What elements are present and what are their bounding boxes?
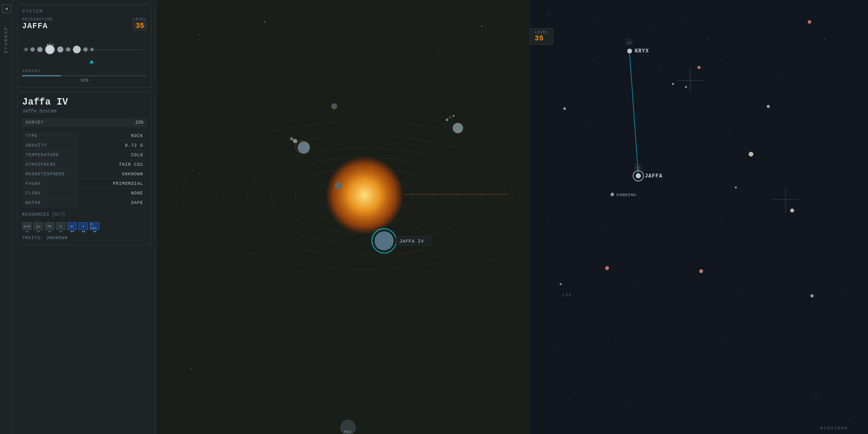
svg-rect-123	[638, 165, 638, 169]
prop-value: PRIMORDIAL	[78, 179, 147, 189]
svg-point-110	[811, 294, 814, 297]
starmap-label: STARMAP	[4, 26, 9, 53]
resource-chip: U	[56, 222, 66, 232]
resource-icon: Cu	[33, 222, 43, 230]
svg-text:JAFFA: JAFFA	[645, 173, 663, 179]
svg-point-61	[660, 69, 661, 70]
svg-point-5	[395, 34, 395, 35]
svg-point-74	[573, 204, 573, 204]
svg-rect-42	[530, 0, 868, 434]
svg-point-65	[859, 78, 860, 79]
planet-survey-row: SURVEY 22%	[22, 118, 147, 127]
svg-point-82	[586, 269, 586, 269]
survey-percent: 31%	[22, 78, 147, 83]
sidebar-toggle: ◀ STARMAP	[0, 0, 13, 434]
svg-point-103	[605, 266, 609, 270]
svg-point-106	[749, 152, 753, 157]
starmap-view: LEVEL 35	[529, 0, 868, 434]
svg-point-47	[549, 15, 550, 16]
system-title: SYSTEM	[22, 9, 147, 14]
resources-count: [0/7]	[52, 212, 65, 217]
properties-table: TYPEROCKGRAVITY0.72 GTEMPERATURECOLDATMO…	[22, 132, 147, 208]
prop-value: THIN CO2	[78, 160, 147, 170]
prop-value: ROCK	[78, 132, 147, 141]
svg-point-91	[725, 342, 726, 343]
planet-2	[30, 47, 35, 52]
resource-dots	[93, 231, 96, 232]
collapse-button[interactable]: ◀	[2, 4, 11, 13]
level-label: LEVEL	[133, 17, 147, 22]
resource-dot	[93, 231, 95, 232]
svg-point-25	[298, 141, 310, 154]
resource-icon: R-COG	[90, 222, 99, 230]
resource-icon: Pb	[45, 222, 54, 230]
prop-value: SAFE	[78, 198, 147, 208]
svg-point-66	[553, 130, 554, 131]
svg-point-78	[781, 212, 782, 213]
svg-text:MIS: MIS	[344, 430, 351, 434]
prop-label: FLORA	[22, 189, 78, 198]
svg-point-37	[449, 116, 451, 118]
svg-point-48	[569, 35, 569, 35]
planet-3	[37, 47, 43, 52]
prop-label: GRAVITY	[22, 141, 78, 151]
svg-rect-117	[629, 41, 630, 44]
survey-bar-label: SURVEY	[22, 69, 147, 73]
svg-point-77	[720, 221, 721, 222]
table-row: GRAVITY0.72 G	[22, 141, 147, 151]
prop-label: TEMPERATURE	[22, 151, 78, 160]
solar-mini-diagram	[22, 32, 147, 67]
svg-point-85	[738, 290, 739, 291]
svg-point-104	[699, 269, 703, 273]
planet-5	[66, 47, 70, 52]
svg-point-39	[331, 103, 337, 109]
svg-rect-122	[636, 167, 637, 169]
svg-point-36	[446, 118, 448, 121]
svg-text:JAFFA IV: JAFFA IV	[399, 239, 424, 244]
resource-chip: H₂O	[22, 222, 32, 232]
svg-point-75	[603, 225, 604, 226]
svg-point-100	[855, 416, 855, 417]
svg-point-50	[621, 11, 621, 11]
system-name: JAFFA	[22, 22, 53, 30]
svg-point-64	[833, 63, 834, 63]
resource-chip: V	[79, 222, 88, 232]
svg-rect-116	[627, 42, 628, 44]
svg-point-94	[859, 364, 859, 365]
svg-point-27	[293, 139, 297, 143]
svg-point-53	[707, 39, 708, 40]
planet-star	[45, 45, 55, 54]
svg-point-73	[547, 217, 548, 217]
starmap-svg[interactable]: KRYX JAFFA PORRIMA LII MISSIONS	[530, 0, 868, 434]
planets-row	[24, 45, 145, 54]
svg-point-83	[638, 286, 639, 287]
resource-dots	[59, 231, 62, 232]
planet-8	[90, 48, 94, 51]
svg-point-76	[668, 208, 669, 208]
svg-point-6	[438, 52, 439, 53]
prop-label: TYPE	[22, 132, 78, 141]
system-level: 35	[133, 22, 147, 30]
svg-point-62	[720, 61, 721, 61]
svg-point-11	[191, 368, 191, 369]
svg-rect-124	[639, 166, 640, 169]
table-row: ATMOSPHERETHIN CO2	[22, 160, 147, 170]
prop-value: 0.72 G	[78, 141, 147, 151]
svg-point-9	[199, 173, 200, 174]
survey-section: SURVEY 31%	[22, 69, 147, 83]
system-section: SYSTEM DESIGNATION JAFFA LEVEL 35	[17, 4, 151, 88]
starmap-level-badge: LEVEL 35	[530, 28, 553, 45]
resource-dot	[37, 231, 38, 232]
solar-system-view: JAFFA IV MIS	[156, 0, 529, 434]
svg-text:KRYX: KRYX	[635, 48, 649, 54]
resource-dot	[39, 231, 40, 232]
svg-point-98	[755, 412, 756, 412]
resource-icon: Ar	[67, 222, 77, 230]
svg-point-119	[627, 49, 632, 53]
prop-value: UNKNOWN	[78, 170, 147, 179]
svg-point-28	[290, 137, 293, 141]
svg-point-13	[490, 260, 491, 261]
svg-point-80	[859, 208, 859, 208]
svg-point-92	[786, 360, 786, 360]
planet-4-selected[interactable]	[57, 46, 63, 53]
